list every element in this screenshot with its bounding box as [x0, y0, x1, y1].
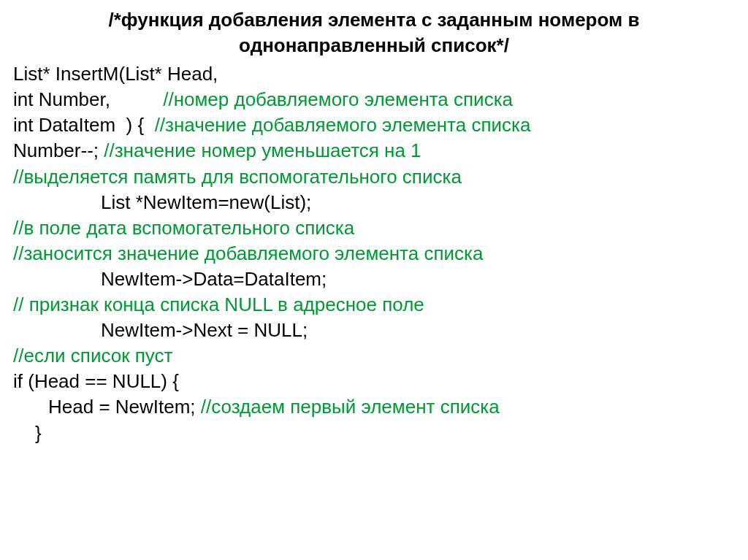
code-line-10: // признак конца списка NULL в адресное …: [13, 292, 735, 318]
code-text: int DataItem ) {: [13, 114, 155, 136]
header-line2: однонаправленный список*/: [239, 34, 509, 56]
comment-text: // признак конца списка NULL в адресное …: [13, 294, 424, 315]
code-line-13: if (Head == NULL) {: [13, 369, 735, 394]
comment-text: //создаем первый элемент списка: [201, 396, 500, 418]
comment-text: //заносится значение добавляемого элемен…: [13, 242, 483, 264]
code-line-1: List* InsertM(List* Head,: [13, 61, 735, 87]
header-comment: /*функция добавления элемента с заданным…: [13, 7, 735, 58]
comment-text: //номер добавляемого элемента списка: [163, 88, 513, 110]
code-text: List *NewItem=new(List);: [101, 191, 311, 213]
comment-text: //значение добавляемого элемента списка: [155, 114, 531, 136]
code-text: Head = NewItem;: [48, 396, 201, 418]
comment-text: //выделяется память для вспомогательного…: [13, 166, 462, 188]
comment-text: //значение номер уменьшается на 1: [104, 139, 421, 161]
code-line-5: //выделяется память для вспомогательного…: [13, 164, 735, 190]
comment-text: //в поле дата вспомогательного списка: [13, 217, 354, 239]
code-text: int Number,: [13, 88, 163, 110]
code-line-12: //если список пуст: [13, 343, 735, 369]
code-text: List* InsertM(List* Head,: [13, 63, 218, 85]
code-line-7: //в поле дата вспомогательного списка: [13, 215, 735, 241]
code-line-3: int DataItem ) { //значение добавляемого…: [13, 112, 735, 138]
code-text: Number--;: [13, 139, 104, 161]
code-line-15: }: [13, 421, 735, 446]
code-line-14: Head = NewItem; //создаем первый элемент…: [13, 394, 735, 420]
code-line-11: NewItem->Next = NULL;: [13, 318, 735, 343]
code-line-6: List *NewItem=new(List);: [13, 190, 735, 215]
code-line-2: int Number, //номер добавляемого элемент…: [13, 87, 735, 112]
code-text: NewItem->Next = NULL;: [101, 319, 308, 341]
code-text: if (Head == NULL) {: [13, 370, 179, 392]
header-line1: /*функция добавления элемента с заданным…: [109, 9, 640, 31]
comment-text: //если список пуст: [13, 345, 172, 367]
code-line-8: //заносится значение добавляемого элемен…: [13, 241, 735, 266]
code-text: NewItem->Data=DataItem;: [101, 268, 327, 290]
code-line-9: NewItem->Data=DataItem;: [13, 266, 735, 292]
code-text: }: [35, 422, 42, 444]
code-line-4: Number--; //значение номер уменьшается н…: [13, 138, 735, 164]
